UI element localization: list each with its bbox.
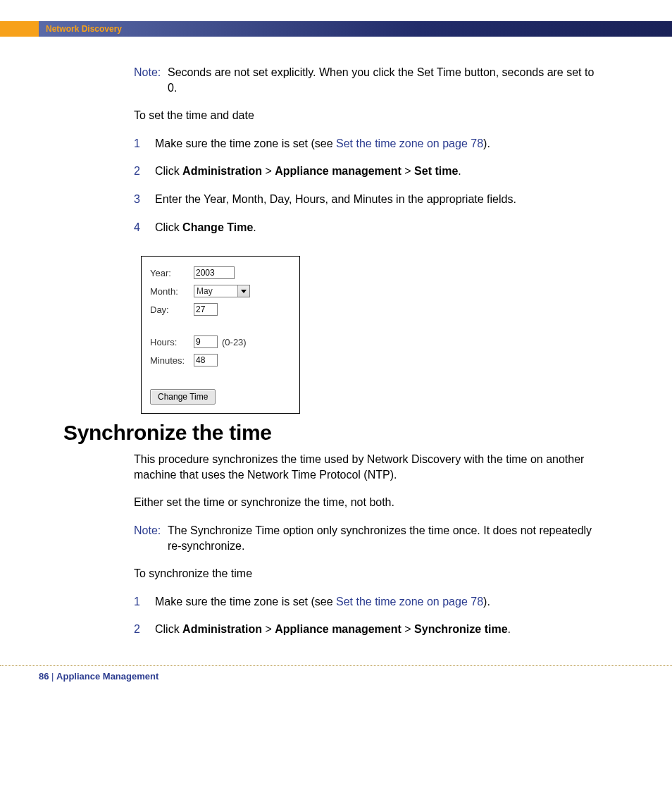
hours-input[interactable] [194, 335, 218, 348]
year-label: Year: [150, 268, 191, 278]
step-body: Make sure the time zone is set (see Set … [155, 594, 602, 610]
sync-para-1: This procedure synchronizes the time use… [134, 452, 602, 482]
page-footer: 86 | Appliance Management [39, 667, 672, 703]
nav-set-time: Set time [414, 165, 458, 177]
minutes-label: Minutes: [150, 355, 191, 366]
step-number: 3 [134, 192, 155, 207]
cross-reference-link[interactable]: Set the time zone on page 78 [336, 596, 483, 608]
nav-synchronize-time: Synchronize time [414, 623, 507, 635]
end: . [508, 623, 511, 635]
step-number: 1 [134, 594, 155, 610]
nav-administration: Administration [182, 623, 262, 635]
step-4-set: 4 Click Change Time. [134, 220, 602, 235]
step-1-sync: 1 Make sure the time zone is set (see Se… [134, 594, 602, 610]
footer-sep: | [49, 671, 56, 682]
sep: > [402, 165, 414, 177]
nav-appliance-management: Appliance management [275, 623, 402, 635]
chevron-down-icon [241, 290, 247, 293]
page-header: Network Discovery [0, 21, 672, 37]
sep: > [262, 165, 275, 177]
month-select[interactable]: May [194, 285, 250, 297]
step-1-set: 1 Make sure the time zone is set (see Se… [134, 136, 602, 152]
year-input[interactable] [194, 266, 235, 279]
step-body: Enter the Year, Month, Day, Hours, and M… [155, 192, 602, 207]
end: . [253, 221, 256, 233]
nav-appliance-management: Appliance management [275, 165, 402, 177]
t: Click [155, 221, 182, 233]
hours-label: Hours: [150, 337, 191, 347]
hours-range: (0-23) [222, 337, 247, 347]
note-body: Seconds are not set explicitly. When you… [168, 65, 602, 95]
change-time-button[interactable]: Change Time [150, 389, 216, 405]
step-text: Make sure the time zone is set (see [155, 596, 336, 608]
sep: > [402, 623, 414, 635]
month-label: Month: [150, 286, 191, 297]
step-2-set: 2 Click Administration > Appliance manag… [134, 164, 602, 179]
page-number: 86 [39, 671, 49, 682]
intro-set-time: To set the time and date [134, 108, 602, 123]
step-2-sync: 2 Click Administration > Appliance manag… [134, 622, 602, 637]
set-time-dialog: Year: Month: May Day: Hours: [141, 256, 300, 414]
end: . [458, 165, 461, 177]
step-number: 4 [134, 220, 155, 235]
step-body: Click Administration > Appliance managem… [155, 622, 602, 637]
step-text-post: ). [483, 596, 490, 608]
note-label: Note: [134, 523, 168, 553]
note-sync-time: Note: The Synchronize Time option only s… [134, 523, 602, 553]
intro-sync: To synchronize the time [134, 566, 602, 581]
day-label: Day: [150, 304, 191, 315]
nav-administration: Administration [182, 165, 262, 177]
step-text: Make sure the time zone is set (see [155, 137, 336, 149]
sep: > [262, 623, 275, 635]
step-number: 2 [134, 622, 155, 637]
note-label: Note: [134, 65, 168, 95]
day-input[interactable] [194, 303, 218, 316]
heading-synchronize-the-time: Synchronize the time [63, 421, 672, 445]
header-accent [0, 21, 39, 37]
t: Click [155, 165, 182, 177]
change-time-bold: Change Time [182, 221, 253, 233]
chapter-name: Appliance Management [56, 671, 158, 682]
minutes-input[interactable] [194, 354, 218, 366]
step-body: Make sure the time zone is set (see Set … [155, 136, 602, 152]
step-text-post: ). [483, 137, 490, 149]
note-body: The Synchronize Time option only synchro… [168, 523, 602, 553]
t: Click [155, 623, 182, 635]
step-3-set: 3 Enter the Year, Month, Day, Hours, and… [134, 192, 602, 207]
step-number: 2 [134, 164, 155, 179]
step-number: 1 [134, 136, 155, 152]
sync-para-2: Either set the time or synchronize the t… [134, 495, 602, 510]
dropdown-button[interactable] [237, 285, 249, 297]
header-title: Network Discovery [39, 21, 672, 37]
step-body: Click Change Time. [155, 220, 602, 235]
step-body: Click Administration > Appliance managem… [155, 164, 602, 179]
note-set-time: Note: Seconds are not set explicitly. Wh… [134, 65, 602, 95]
month-select-value: May [194, 285, 237, 297]
cross-reference-link[interactable]: Set the time zone on page 78 [336, 137, 483, 149]
